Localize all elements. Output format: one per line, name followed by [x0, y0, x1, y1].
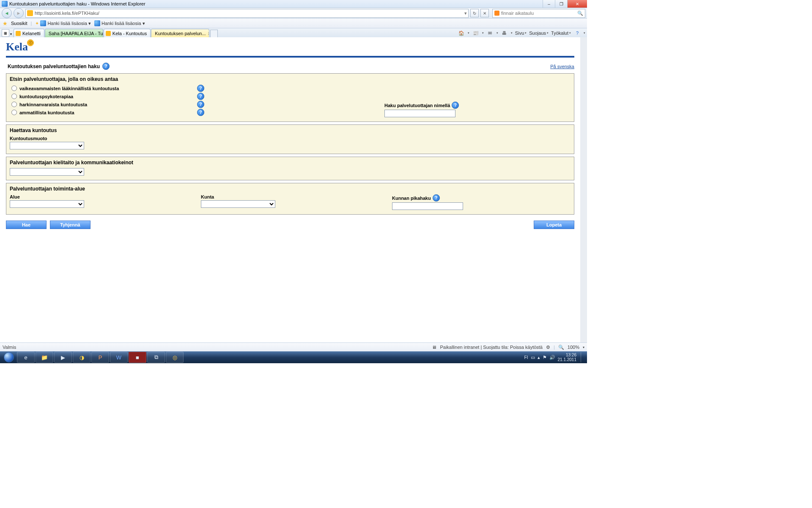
pikahaku-label: Kunnan pikahaku — [392, 196, 431, 201]
nav-forward-button[interactable]: ► — [14, 8, 24, 18]
refresh-button[interactable]: ↻ — [470, 9, 479, 17]
system-tray: FI ▭ ▴ ⚑ 🔊 13:26 21.1.2011 — [524, 352, 585, 362]
quick-tabs-dropdown[interactable]: ▾ — [10, 32, 12, 36]
section-haettava-kuntoutus: Haettava kuntoutus Kuntoutusmuoto — [6, 124, 574, 154]
taskbar-explorer[interactable]: 📁 — [36, 352, 53, 363]
page-menu[interactable]: Sivu▾ — [515, 30, 527, 36]
tab-kela-kuntoutus[interactable]: Kela - Kuntoutus — [104, 29, 151, 38]
taskbar-app1[interactable]: ◑ — [73, 352, 91, 363]
section-heading: Haettava kuntoutus — [10, 127, 571, 133]
radio-vaikeavammaisten[interactable] — [11, 86, 17, 91]
windows-orb-icon — [4, 352, 14, 362]
kunta-pikahaku-input[interactable] — [392, 202, 463, 210]
help-icon[interactable]: ? — [102, 63, 110, 70]
suggested-sites-icon: ✦ — [35, 21, 39, 26]
windows-taskbar: e 📁 ▶ ◑ P W ■ ⧉ ◎ FI ▭ ▴ ⚑ 🔊 13:26 21.1.… — [0, 351, 587, 363]
radio-kuntoutuspsykoterapia[interactable] — [11, 94, 17, 99]
start-button[interactable] — [2, 352, 16, 362]
show-desktop-button[interactable] — [581, 352, 584, 362]
ie-icon — [2, 1, 8, 7]
taskbar-word[interactable]: W — [110, 352, 128, 363]
feeds-button[interactable]: 📰 — [472, 29, 480, 37]
section-heading: Palveluntuottajan toiminta-alue — [10, 186, 571, 192]
mail-button[interactable]: ✉ — [486, 29, 494, 37]
nav-back-button[interactable]: ◄ — [2, 8, 12, 18]
window-minimize-button[interactable]: – — [543, 0, 555, 8]
kunta-select[interactable] — [201, 200, 275, 208]
tray-chevron-icon[interactable]: ▴ — [538, 355, 540, 360]
kielitaito-select[interactable] — [10, 168, 84, 176]
taskbar-app3[interactable]: ⧉ — [147, 352, 165, 363]
radio-ammatillista[interactable] — [11, 110, 17, 115]
tab-kelanetti[interactable]: Kelanetti — [14, 29, 44, 38]
favbar-item[interactable]: ✦Hanki lisää lisäosia ▾ — [35, 20, 91, 26]
swedish-link[interactable]: På svenska — [550, 64, 574, 69]
help-icon[interactable]: ? — [433, 194, 440, 202]
taskbar-app2[interactable]: ■ — [129, 352, 146, 363]
taskbar-powerpoint[interactable]: P — [91, 352, 109, 363]
tab-kuntoutuksen-palvelu[interactable]: Kuntoutuksen palvelun...✕ — [151, 29, 209, 38]
tyhjenna-button[interactable]: Tyhjennä — [50, 221, 91, 229]
kuntoutusmuoto-label: Kuntoutusmuoto — [10, 136, 571, 141]
provider-name-input[interactable] — [384, 110, 455, 117]
favbar-item[interactable]: Hanki lisää lisäosia ▾ — [94, 20, 145, 26]
command-bar: 🏠▾ 📰▾ ✉▾ 🖶▾ Sivu▾ Suojaus▾ Työkalut▾ ?▾ — [458, 29, 585, 37]
taskbar-app4[interactable]: ◎ — [166, 352, 184, 363]
favorites-bar: ★ Suosikit | ✦Hanki lisää lisäosia ▾ Han… — [0, 19, 587, 28]
address-url: http://asiointi.kela.fi/ePTKHaku/ — [35, 11, 463, 16]
section-toiminta-alue: Palveluntuottajan toiminta-alue Alue Kun… — [6, 183, 574, 215]
help-icon[interactable]: ? — [197, 93, 204, 100]
window-close-button[interactable]: ✕ — [567, 0, 587, 8]
tray-lang[interactable]: FI — [524, 355, 528, 360]
favorites-label[interactable]: Suosikit — [11, 21, 27, 26]
help-button[interactable]: ? — [573, 29, 581, 37]
section-kielitaito: Palveluntuottajan kielitaito ja kommunik… — [6, 157, 574, 180]
section-heading: Palveluntuottajan kielitaito ja kommunik… — [10, 160, 571, 166]
alue-label: Alue — [10, 194, 201, 199]
browser-nav-bar: ◄ ► http://asiointi.kela.fi/ePTKHaku/ ▾ … — [0, 8, 587, 19]
tray-battery-icon[interactable]: ▭ — [531, 355, 535, 360]
help-icon[interactable]: ? — [452, 102, 459, 109]
site-favicon-icon — [27, 10, 33, 16]
kuntoutusmuoto-select[interactable] — [10, 142, 84, 149]
status-protected-mode-icon[interactable]: ⚙ — [546, 345, 550, 350]
safety-menu[interactable]: Suojaus▾ — [529, 30, 549, 36]
page-title: Kuntoutuksen palveluntuottajien haku ? — [8, 63, 110, 70]
taskbar-mediaplayer[interactable]: ▶ — [54, 352, 72, 363]
help-icon[interactable]: ? — [197, 109, 204, 116]
alue-select[interactable] — [10, 200, 84, 208]
zoom-icon[interactable]: 🔍 — [558, 345, 564, 350]
tab-favicon-icon — [106, 31, 111, 36]
lopeta-button[interactable]: Lopeta — [534, 221, 574, 229]
search-provider-icon — [494, 11, 499, 16]
tray-network-icon[interactable]: ⚑ — [543, 355, 547, 360]
new-tab-button[interactable] — [210, 30, 218, 38]
home-button[interactable]: 🏠 — [458, 29, 465, 37]
kela-logo-badge-icon: ⓡ — [27, 39, 34, 46]
address-bar[interactable]: http://asiointi.kela.fi/ePTKHaku/ ▾ — [25, 9, 469, 18]
browser-tab-bar: ▦▾ Kelanetti Saha [HAAPALA EIJA - Tu... … — [0, 28, 587, 38]
tray-volume-icon[interactable]: 🔊 — [549, 355, 555, 360]
zoom-dropdown-icon[interactable]: ▾ — [583, 345, 584, 349]
search-go-icon[interactable]: 🔍 — [577, 11, 583, 16]
address-dropdown-icon[interactable]: ▾ — [464, 11, 467, 16]
tools-menu[interactable]: Työkalut▾ — [551, 30, 571, 36]
quick-tabs-button[interactable]: ▦ — [2, 29, 9, 37]
zoom-level[interactable]: 100% — [568, 345, 579, 350]
tab-close-icon[interactable]: ✕ — [208, 31, 210, 36]
window-maximize-button[interactable]: ❐ — [555, 0, 567, 8]
kela-logo: Kelaⓡ — [6, 41, 28, 53]
browser-search-box[interactable]: finnair aikataulu 🔍 — [492, 9, 585, 18]
help-icon[interactable]: ? — [197, 85, 204, 92]
hae-button[interactable]: Hae — [6, 221, 47, 229]
tab-saha[interactable]: Saha [HAAPALA EIJA - Tu... — [45, 29, 103, 38]
tray-clock[interactable]: 13:26 21.1.2011 — [558, 353, 577, 362]
favorites-star-icon[interactable]: ★ — [3, 20, 8, 27]
stop-button[interactable]: ✕ — [480, 9, 489, 17]
print-button[interactable]: 🖶 — [501, 29, 508, 37]
taskbar-ie[interactable]: e — [17, 352, 35, 363]
status-left: Valmis — [3, 345, 16, 350]
radio-harkinnanvaraista[interactable] — [11, 102, 17, 107]
help-icon[interactable]: ? — [197, 101, 204, 108]
ie-status-bar: Valmis 🖥 Paikallinen intranet | Suojattu… — [0, 342, 587, 351]
